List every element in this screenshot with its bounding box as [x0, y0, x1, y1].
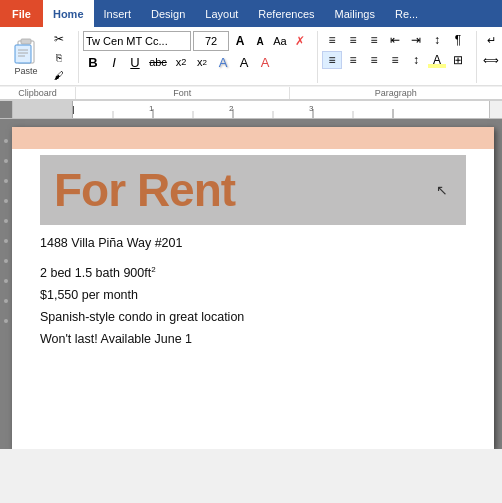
svg-text:1: 1 — [149, 104, 154, 113]
tab-file[interactable]: File — [0, 0, 43, 27]
tab-mailings[interactable]: Mailings — [325, 0, 385, 27]
cursor-indicator: ↖ — [436, 182, 448, 198]
section-labels-row: Clipboard Font Paragraph — [0, 86, 502, 100]
ruler-container: 1 2 3 — [0, 101, 502, 119]
justify-button[interactable]: ≡ — [385, 51, 405, 69]
price-paragraph: $1,550 per month — [40, 285, 466, 307]
extra-btn-1[interactable]: ↵ — [481, 31, 501, 49]
increase-font-button[interactable]: A — [231, 32, 249, 50]
multilevel-list-button[interactable]: ≡ — [364, 31, 384, 49]
availability-paragraph: Won't last! Available June 1 — [40, 329, 466, 351]
paste-svg — [13, 38, 39, 66]
line-spacing-button[interactable]: ↕ — [406, 51, 426, 69]
ruler-margin-left — [13, 101, 73, 118]
tab-home[interactable]: Home — [43, 0, 94, 27]
superscript-button[interactable]: x2 — [192, 53, 212, 71]
text-effect-button[interactable]: A — [213, 53, 233, 71]
clipboard-small-buttons: ✂ ⎘ 🖌 — [48, 31, 70, 83]
borders-button[interactable]: ⊞ — [448, 51, 468, 69]
italic-button[interactable]: I — [104, 53, 124, 71]
for-rent-text: For Rent — [54, 163, 235, 217]
decrease-font-button[interactable]: A — [251, 32, 269, 50]
description-paragraph: Spanish-style condo in great location — [40, 307, 466, 329]
clipboard-label: Clipboard — [0, 87, 76, 99]
ruler: 1 2 3 — [12, 101, 490, 118]
svg-text:2: 2 — [229, 104, 234, 113]
paste-button[interactable]: Paste — [6, 31, 46, 83]
subscript-button[interactable]: x2 — [171, 53, 191, 71]
decrease-indent-button[interactable]: ⇤ — [385, 31, 405, 49]
ribbon-tabs: File Home Insert Design Layout Reference… — [0, 0, 502, 27]
svg-text:3: 3 — [309, 104, 314, 113]
format-painter-button[interactable]: 🖌 — [48, 67, 70, 83]
margin-mark — [4, 319, 8, 323]
margin-mark — [4, 219, 8, 223]
margin-mark — [4, 159, 8, 163]
tab-design[interactable]: Design — [141, 0, 195, 27]
strikethrough-button[interactable]: abc — [146, 53, 170, 71]
margin-mark — [4, 139, 8, 143]
margin-mark — [4, 199, 8, 203]
change-case-button[interactable]: Aa — [271, 32, 289, 50]
paste-label: Paste — [14, 66, 37, 76]
tab-insert[interactable]: Insert — [94, 0, 142, 27]
ribbon: Paste ✂ ⎘ 🖌 A A Aa ✗ B I U abc — [0, 27, 502, 101]
margin-mark — [4, 259, 8, 263]
superscript-2: 2 — [151, 265, 155, 274]
bold-button[interactable]: B — [83, 53, 103, 71]
font-label: Font — [76, 87, 290, 99]
details-paragraph: 2 bed 1.5 bath 900ft2 — [40, 263, 466, 285]
ruler-ticks-svg: 1 2 3 — [73, 101, 490, 118]
align-right-button[interactable]: ≡ — [364, 51, 384, 69]
font-color-button[interactable]: A — [255, 53, 275, 71]
left-sidebar — [0, 119, 12, 449]
bullets-button[interactable]: ≡ — [322, 31, 342, 49]
ruler-right-margin-indicator — [490, 101, 502, 118]
font-name-input[interactable] — [83, 31, 191, 51]
tab-references[interactable]: References — [248, 0, 324, 27]
document-page: For Rent ↖ 1488 Villa Piña Way #201 2 be… — [12, 127, 494, 449]
copy-button[interactable]: ⎘ — [48, 49, 70, 65]
extra-btn-3[interactable]: ⟺ — [481, 51, 501, 69]
align-left-button[interactable]: ≡ — [322, 51, 342, 69]
svg-rect-2 — [15, 45, 31, 63]
margin-mark — [4, 279, 8, 283]
highlight-bar — [12, 127, 494, 149]
font-group: A A Aa ✗ B I U abc x2 x2 A A A — [83, 31, 318, 83]
cut-button[interactable]: ✂ — [48, 31, 70, 47]
sort-button[interactable]: ↕ — [427, 31, 447, 49]
document-area: For Rent ↖ 1488 Villa Piña Way #201 2 be… — [0, 119, 502, 449]
paragraph-group: ≡ ≡ ≡ ⇤ ⇥ ↕ ¶ ≡ ≡ ≡ ≡ ↕ A ⊞ — [322, 31, 477, 83]
shading-button[interactable]: A — [427, 51, 447, 69]
address-paragraph: 1488 Villa Piña Way #201 — [40, 233, 466, 255]
increase-indent-button[interactable]: ⇥ — [406, 31, 426, 49]
clear-formatting-button[interactable]: ✗ — [291, 32, 309, 50]
document-content[interactable]: 1488 Villa Piña Way #201 2 bed 1.5 bath … — [40, 233, 466, 351]
margin-mark — [4, 179, 8, 183]
tab-layout[interactable]: Layout — [195, 0, 248, 27]
svg-rect-1 — [21, 39, 31, 44]
margin-mark — [4, 239, 8, 243]
show-hide-button[interactable]: ¶ — [448, 31, 468, 49]
font-size-input[interactable] — [193, 31, 229, 51]
tab-review[interactable]: Re... — [385, 0, 428, 27]
highlight-button[interactable]: A — [234, 53, 254, 71]
numbering-button[interactable]: ≡ — [343, 31, 363, 49]
underline-button[interactable]: U — [125, 53, 145, 71]
ruler-left-margin-indicator — [0, 101, 12, 118]
extra-group: ↵ ↙ ⟺ ▤ — [481, 31, 502, 83]
align-center-button[interactable]: ≡ — [343, 51, 363, 69]
paragraph-label: Paragraph — [290, 87, 503, 99]
paste-icon — [11, 38, 41, 66]
for-rent-banner: For Rent ↖ — [40, 155, 466, 225]
bed-bath-text: 2 bed 1.5 bath 900ft — [40, 266, 151, 280]
margin-mark — [4, 299, 8, 303]
clipboard-group: Paste ✂ ⎘ 🖌 — [6, 31, 79, 83]
